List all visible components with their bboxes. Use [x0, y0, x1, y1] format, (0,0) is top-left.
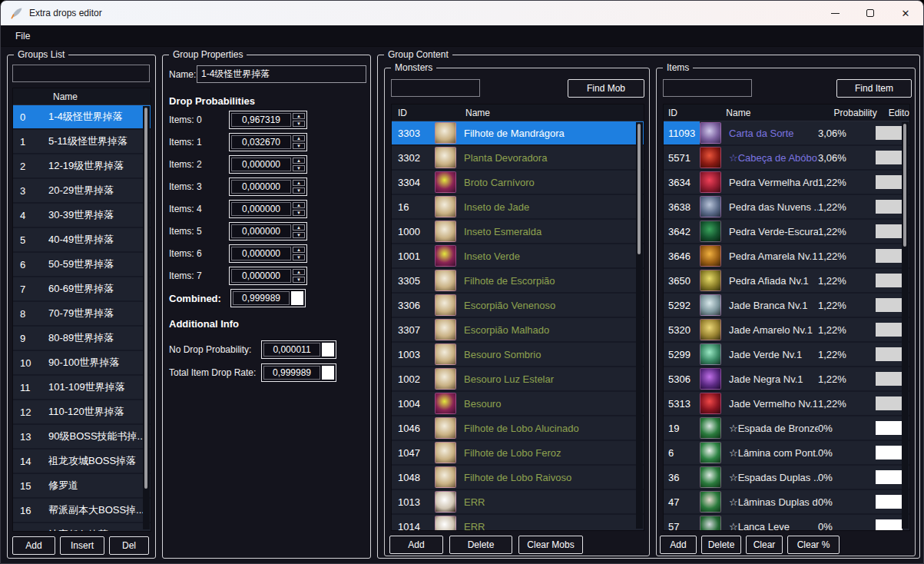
group-row[interactable]: 212-19级世界掉落 — [13, 154, 151, 179]
monster-row[interactable]: 1002Besouro Luz Estelar — [392, 367, 644, 392]
item-row[interactable]: 5320Jade Amarelo Nv.11,22% — [664, 318, 909, 343]
item-row[interactable]: 5299Jade Verde Nv.11,22% — [664, 343, 909, 367]
item-editor-cell-button[interactable] — [876, 126, 902, 140]
spin-up-button[interactable]: ▲ — [293, 180, 305, 186]
item-row[interactable]: 3638Pedra das Nuvens ...1,22% — [664, 195, 909, 220]
monster-row[interactable]: 1004Besouro — [392, 392, 644, 416]
spin-up-button[interactable]: ▲ — [293, 202, 305, 208]
group-row[interactable]: 15-11级怪世界掉落 — [13, 130, 151, 154]
item-editor-cell-button[interactable] — [876, 249, 902, 263]
items-scrollbar[interactable] — [902, 122, 909, 529]
monster-row[interactable]: 1014ERR — [392, 515, 644, 530]
item-row[interactable]: 3634Pedra Vermelha Ard...1,22% — [664, 171, 909, 195]
spin-down-button[interactable]: ▼ — [293, 143, 305, 149]
item-editor-cell-button[interactable] — [876, 446, 902, 459]
monster-row[interactable]: 3306Escorpião Venenoso — [392, 294, 644, 318]
group-row[interactable]: 1090-100世界掉落 — [13, 351, 151, 376]
minimize-button[interactable] — [817, 1, 853, 25]
item-row[interactable]: 3646Pedra Amarela Nv.11,22% — [664, 244, 909, 269]
items-clear-button[interactable]: Clear — [746, 536, 783, 554]
group-row[interactable]: 16帮派副本大BOSS掉... — [13, 499, 151, 523]
group-row[interactable]: 1390级BOSS技能书掉... — [13, 425, 151, 450]
menu-file[interactable]: File — [15, 31, 30, 41]
close-button[interactable]: ✕ — [888, 1, 923, 25]
monster-row[interactable]: 16Inseto de Jade — [392, 195, 644, 220]
groups-add-button[interactable]: Add — [12, 536, 55, 555]
monster-row[interactable]: 1047Filhote de Lobo Feroz — [392, 441, 644, 466]
find-mob-button[interactable]: Find Mob — [568, 79, 644, 98]
item-editor-cell-button[interactable] — [876, 274, 902, 287]
spin-down-button[interactable]: ▼ — [293, 121, 305, 127]
group-row[interactable]: 430-39世界掉落 — [13, 204, 151, 228]
item-row[interactable]: 3642Pedra Verde-Escura ...1,22% — [664, 220, 909, 244]
item-editor-cell-button[interactable] — [876, 347, 902, 361]
items-delete-button[interactable]: Delete — [701, 536, 741, 554]
monster-row[interactable]: 1046Filhote de Lobo Alucinado — [392, 416, 644, 441]
item-editor-cell-button[interactable] — [876, 151, 902, 164]
monsters-add-button[interactable]: Add — [389, 536, 443, 554]
group-row[interactable]: 650-59世界掉落 — [13, 253, 151, 277]
spin-down-button[interactable]: ▼ — [293, 232, 305, 238]
maximize-button[interactable] — [853, 1, 888, 25]
drop-prob-spinbox[interactable]: 0,032670▲▼ — [229, 133, 307, 151]
group-row[interactable]: 12110-120世界掉落 — [13, 400, 151, 425]
group-row[interactable]: 540-49世界掉落 — [13, 228, 151, 253]
item-editor-cell-button[interactable] — [876, 421, 902, 435]
items-search-input[interactable] — [663, 79, 752, 97]
item-editor-cell-button[interactable] — [876, 175, 902, 189]
spin-down-button[interactable]: ▼ — [293, 254, 305, 260]
find-item-button[interactable]: Find Item — [836, 79, 912, 98]
group-row[interactable]: 14祖龙攻城BOSS掉落 — [13, 450, 151, 474]
item-row[interactable]: 19☆Espada de Bronze0% — [664, 416, 909, 441]
spin-down-button[interactable]: ▼ — [293, 165, 305, 171]
item-editor-cell-button[interactable] — [876, 200, 902, 214]
monsters-delete-button[interactable]: Delete — [449, 536, 512, 554]
item-editor-cell-button[interactable] — [876, 519, 902, 530]
monster-row[interactable]: 1048Filhote de Lobo Raivoso — [392, 466, 644, 490]
item-editor-cell-button[interactable] — [876, 298, 902, 312]
monster-row[interactable]: 3307Escorpião Malhado — [392, 318, 644, 343]
monster-row[interactable]: 3302Planta Devoradora — [392, 146, 644, 171]
monster-row[interactable]: 1001Inseto Verde — [392, 244, 644, 269]
groups-search-input[interactable] — [12, 65, 150, 82]
spin-down-button[interactable]: ▼ — [293, 187, 305, 194]
items-clear-pct-button[interactable]: Clear % — [787, 536, 840, 554]
spin-up-button[interactable]: ▲ — [293, 269, 305, 275]
drop-prob-spinbox[interactable]: 0,967319▲▼ — [229, 111, 307, 129]
item-row[interactable]: 5313Jade Vermelho Nv.11,22% — [664, 392, 909, 416]
item-row[interactable]: 11093Carta da Sorte3,06% — [664, 121, 909, 146]
monsters-clear-mobs-button[interactable]: Clear Mobs — [518, 536, 583, 554]
item-row[interactable]: 3650Pedra Afiada Nv.11,22% — [664, 269, 909, 294]
item-row[interactable]: 5292Jade Branca Nv.11,22% — [664, 294, 909, 318]
item-row[interactable]: 5571☆Cabeça de Abóbo...3,06% — [664, 146, 909, 171]
spin-up-button[interactable]: ▲ — [293, 135, 305, 141]
group-row[interactable]: 980-89世界掉落 — [13, 327, 151, 351]
monster-row[interactable]: 3305Filhote de Escorpião — [392, 269, 644, 294]
monster-row[interactable]: 3304Broto Carnívoro — [392, 171, 644, 195]
group-row[interactable]: 01-4级怪世界掉落 — [13, 105, 151, 130]
item-editor-cell-button[interactable] — [876, 323, 902, 337]
spin-down-button[interactable]: ▼ — [293, 277, 305, 283]
spin-down-button[interactable]: ▼ — [293, 210, 305, 216]
drop-prob-spinbox[interactable]: 0,000000▲▼ — [229, 200, 307, 218]
item-editor-cell-button[interactable] — [876, 396, 902, 410]
monster-row[interactable]: 1013ERR — [392, 490, 644, 515]
spin-up-button[interactable]: ▲ — [293, 247, 305, 253]
groups-del-button[interactable]: Del — [109, 536, 149, 555]
spin-up-button[interactable]: ▲ — [293, 113, 305, 119]
drop-prob-spinbox[interactable]: 0,000000▲▼ — [229, 222, 307, 241]
monster-row[interactable]: 1003Besouro Sombrio — [392, 343, 644, 367]
group-row[interactable]: 11101-109世界掉落 — [13, 376, 151, 400]
drop-prob-spinbox[interactable]: 0,000000▲▼ — [229, 177, 307, 196]
items-add-button[interactable]: Add — [660, 536, 697, 554]
item-row[interactable]: 5306Jade Negra Nv.11,22% — [664, 367, 909, 392]
spin-up-button[interactable]: ▲ — [293, 224, 305, 231]
item-row[interactable]: 36☆Espadas Duplas ...0% — [664, 466, 909, 490]
item-editor-cell-button[interactable] — [876, 372, 902, 386]
monster-row[interactable]: 1000Inseto Esmeralda — [392, 220, 644, 244]
monster-row[interactable]: 3303Filhote de Mandrágora — [392, 121, 644, 146]
group-row[interactable]: 17法宝任务掉落 — [13, 523, 151, 531]
item-row[interactable]: 57☆Lança Leve0% — [664, 515, 909, 530]
monsters-scrollbar[interactable] — [636, 122, 643, 529]
group-row[interactable]: 320-29世界掉落 — [13, 179, 151, 204]
